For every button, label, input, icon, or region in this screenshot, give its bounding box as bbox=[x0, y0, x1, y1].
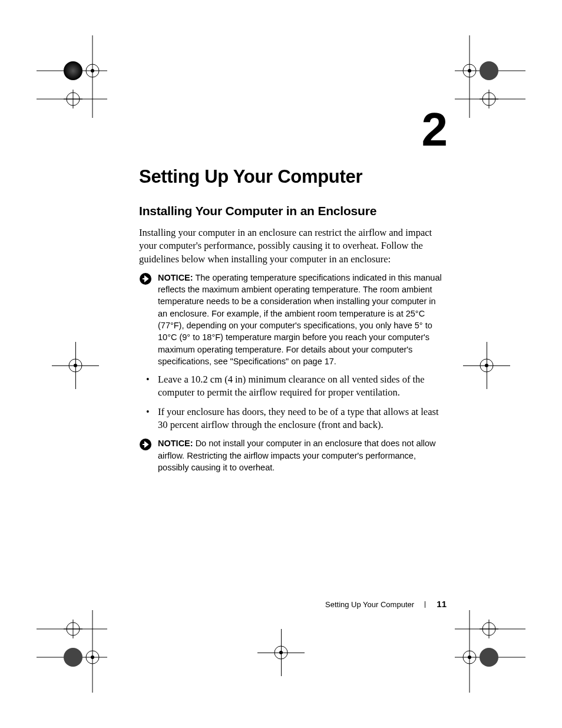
heading-1: Setting Up Your Computer bbox=[139, 166, 447, 187]
footer-title: Setting Up Your Computer bbox=[325, 600, 414, 609]
notice-text-2: NOTICE: Do not install your computer in … bbox=[158, 437, 447, 473]
registration-mark-icon bbox=[257, 629, 305, 676]
page-content: 2 Setting Up Your Computer Installing Yo… bbox=[139, 106, 447, 479]
notice-label: NOTICE: bbox=[158, 439, 193, 448]
footer-separator bbox=[425, 601, 425, 608]
page-footer: Setting Up Your Computer 11 bbox=[139, 599, 447, 609]
svg-point-30 bbox=[64, 648, 82, 667]
registration-mark-icon bbox=[37, 35, 107, 120]
registration-mark-icon bbox=[455, 35, 525, 120]
svg-point-14 bbox=[480, 61, 498, 80]
notice-block-2: NOTICE: Do not install your computer in … bbox=[139, 437, 447, 473]
notice-label: NOTICE: bbox=[158, 273, 193, 282]
notice-arrow-icon bbox=[139, 437, 152, 453]
svg-point-23 bbox=[485, 364, 488, 367]
intro-paragraph: Installing your computer in an enclosure… bbox=[139, 226, 447, 266]
registration-mark-icon bbox=[37, 610, 107, 695]
list-item: Leave a 10.2 cm (4 in) minimum clearance… bbox=[139, 373, 447, 400]
svg-point-31 bbox=[86, 651, 99, 664]
heading-2: Installing Your Computer in an Enclosure bbox=[139, 204, 447, 218]
page-number: 11 bbox=[437, 599, 447, 609]
bullet-list: Leave a 10.2 cm (4 in) minimum clearance… bbox=[139, 373, 447, 431]
svg-point-16 bbox=[468, 69, 471, 73]
svg-point-33 bbox=[275, 646, 287, 659]
svg-point-22 bbox=[480, 359, 493, 372]
svg-point-38 bbox=[482, 622, 495, 635]
registration-mark-icon bbox=[455, 610, 525, 695]
registration-mark-icon bbox=[52, 342, 99, 389]
notice-text-1: NOTICE: The operating temperature specif… bbox=[158, 272, 447, 367]
svg-point-15 bbox=[463, 64, 476, 77]
svg-point-42 bbox=[463, 651, 476, 664]
list-item: If your enclosure has doors, they need t… bbox=[139, 406, 447, 432]
notice-block-1: NOTICE: The operating temperature specif… bbox=[139, 272, 447, 367]
notice-body: Do not install your computer in an enclo… bbox=[158, 439, 435, 472]
chapter-number: 2 bbox=[139, 106, 447, 153]
notice-arrow-icon bbox=[139, 272, 152, 288]
svg-point-41 bbox=[480, 648, 498, 667]
svg-point-17 bbox=[482, 93, 495, 106]
svg-point-21 bbox=[74, 364, 77, 367]
svg-point-5 bbox=[64, 61, 82, 80]
svg-point-27 bbox=[67, 622, 80, 635]
svg-point-6 bbox=[86, 64, 99, 77]
svg-point-43 bbox=[468, 655, 471, 659]
svg-point-32 bbox=[91, 655, 94, 659]
svg-point-20 bbox=[69, 359, 82, 372]
svg-point-8 bbox=[67, 93, 80, 106]
notice-body: The operating temperature specifications… bbox=[158, 273, 442, 366]
registration-mark-icon bbox=[463, 342, 510, 389]
svg-point-7 bbox=[91, 69, 94, 73]
svg-point-34 bbox=[279, 651, 283, 654]
